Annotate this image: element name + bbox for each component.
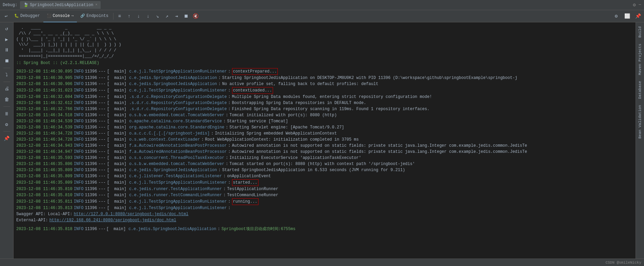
right-tab-database[interactable]: Database [637,78,643,102]
log-timestamp: 2023-12-08 11:46:34.539 [16,118,72,124]
log-class: .s.d.r.c.RepositoryConfigurationDelegate [129,100,227,106]
log-class: o.s.b.w.embedded.tomcat.TomcatWebServer [129,112,224,118]
final-thread: main] [109,226,126,232]
log-bracket: [ [107,167,109,173]
log-level: INFO [74,112,84,118]
settings-btn-2[interactable]: ⚙ [611,12,621,21]
log-thread: main] [109,149,126,155]
bottom-status: CSDN @smileNicky [0,259,644,266]
log-pid: 11396 [85,143,97,149]
run-cursor-btn[interactable]: ⇥ [172,12,181,21]
log-line: 2023-12-08 11:46:34.943 INFO 11396 --- [… [16,143,633,149]
log-dashes: --- [98,87,106,94]
log-level: INFO [74,161,84,167]
log-level: INFO [74,192,84,198]
pause-btn[interactable]: ⏸ [2,45,12,55]
log-timestamp: 2023-12-08 11:46:35.809 [16,173,72,179]
log-level: INFO [74,87,84,94]
log-class: org.apache.catalina.core.StandardEngine [129,124,224,130]
log-line: 2023-12-08 11:46:30.906 INFO 11396 --- [… [16,81,633,87]
stop-btn[interactable]: ⏹ [181,12,191,21]
swagger-local-label: Swagger API: Local-API: [16,211,72,217]
log-line: 2023-12-08 11:46:34.518 INFO 11396 --- [… [16,112,633,118]
pin-side-btn[interactable]: 📌 [2,134,12,143]
log-thread: main] [109,192,126,198]
log-thread: main] [109,137,126,143]
log-sep: : [228,106,230,112]
log-dashes: --- [98,205,106,211]
up-btn[interactable]: ↑ [124,12,134,21]
stop-side-btn[interactable]: ⏹ [2,56,12,66]
final-pid: 11396 [85,226,97,232]
back-btn[interactable]: ↩ [1,12,11,21]
mute-btn[interactable]: 🔇 [191,12,200,21]
left-sidebar: ↺ ▶ ⏸ ⏹ ⤵ 🖨 🗑 ≣ ⚙ 📌 [0,22,14,259]
log-dashes: --- [98,112,106,118]
log-timestamp: 2023-12-08 11:46:35.809 [16,180,72,186]
right-tab-maven[interactable]: Maven Projects [637,41,643,78]
log-dashes: --- [98,186,106,192]
log-timestamp: 2023-12-08 11:46:35.593 [16,155,72,161]
endpoints-icon: 🔗 [80,14,85,18]
right-tab-build[interactable]: Build [637,24,643,40]
log-class: c.e.j.listener.TestApplicationListener [129,173,222,179]
step-over-side[interactable]: ⤵ [2,70,12,80]
right-tab-bean[interactable]: Bean Validation [637,102,643,141]
log-bracket: [ [107,180,109,186]
settings-side-btn[interactable]: ⚙ [2,120,12,129]
minimize-icon[interactable]: − [639,2,641,8]
log-level: INFO [74,94,84,100]
tab-endpoints[interactable]: 🔗 Endpoints [77,10,112,22]
log-line: 2023-12-08 11:46:35.810 INFO 11396 --- [… [16,192,633,198]
swagger-local-url[interactable]: http://127.0.0.1:8080/springboot-jedis/d… [74,211,188,217]
log-line: 2023-12-08 11:46:35.593 INFO 11396 --- [… [16,155,633,161]
layout-btn[interactable]: ≡ [115,12,124,21]
log-bracket: [ [107,186,109,192]
log-pid: 11396 [85,149,97,155]
console-area[interactable]: . ____ _ __ _ _ /\\ / ___'_ __ _ _(_)_ _… [14,22,636,259]
log-bracket: [ [107,205,109,211]
list-btn[interactable]: ≣ [2,109,12,118]
settings-icon[interactable]: ⚙ [633,2,636,8]
step-over-btn[interactable]: ↓ [143,12,153,21]
log-pid: 11396 [85,130,97,137]
log-pid: 11396 [85,155,97,161]
log-timestamp: 2023-12-08 11:46:30.895 [16,68,72,75]
log-line: 2023-12-08 11:46:32.604 INFO 11396 --- [… [16,94,633,100]
debug-label: Debug: [3,3,17,7]
step-into-btn[interactable]: ↘ [153,12,162,21]
restart-btn[interactable]: ↺ [2,24,12,33]
swagger-external-url[interactable]: http://192.168.66.241:8080/springboot-je… [49,217,176,223]
tab-debugger[interactable]: 🐛 Debugger [11,10,43,22]
log-thread: main] [109,143,126,149]
pin-btn[interactable]: 📌 [633,12,643,21]
log-timestamp: 2023-12-08 11:46:35.813 [16,205,72,211]
app-tab[interactable]: 🍃 SpringbootJedisApplication × [20,1,101,9]
toolbar-sep-1 [113,13,113,20]
log-container: 2023-12-08 11:46:30.895 INFO 11396 --- [… [16,68,633,211]
step-out-btn[interactable]: ↗ [162,12,172,21]
final-class: c.e.jedis.SpringbootJedisApplication [128,226,216,232]
swagger-external-label: External-API: [16,217,48,223]
log-message: Starting service [Tomcat] [227,118,288,124]
print-btn[interactable]: 🖨 [2,84,12,94]
down-btn[interactable]: ↓ [134,12,143,21]
log-pid: 11396 [85,118,97,124]
log-thread: main] [109,155,126,161]
log-pid: 11396 [85,199,97,205]
delete-btn[interactable]: 🗑 [2,95,12,104]
log-thread: main] [109,106,126,112]
log-sep: : [223,192,226,198]
restore-btn[interactable]: ⬜ [622,12,632,21]
log-class: c.e.jedis.SpringbootJedisApplication [129,81,217,87]
final-level: INFO [74,226,84,232]
tab-close-icon[interactable]: × [95,3,97,7]
log-level: INFO [74,167,84,173]
log-bracket: [ [107,199,109,205]
right-sidebar: Build Maven Projects Database Bean Valid… [636,22,644,259]
log-bracket: [ [107,143,109,149]
log-dashes: --- [98,161,106,167]
log-dashes: --- [98,130,106,137]
tab-console[interactable]: ⬛ Console → [43,10,77,22]
resume-btn[interactable]: ▶ [2,35,12,44]
